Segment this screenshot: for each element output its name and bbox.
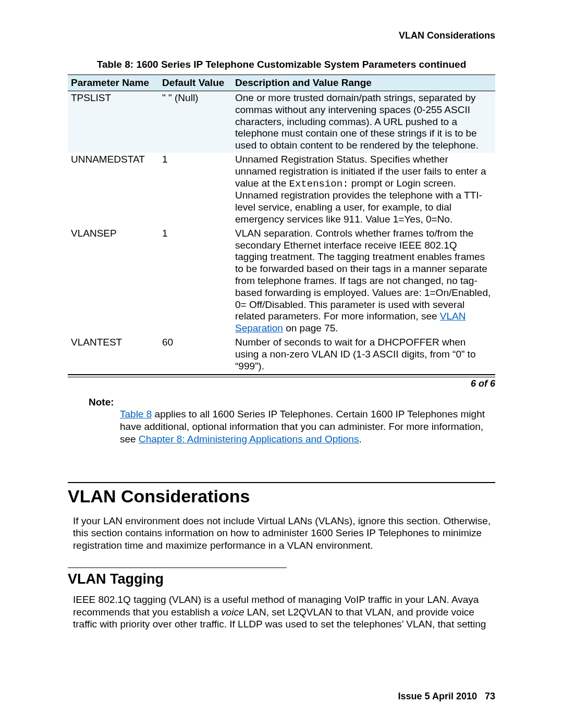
subsection-rule	[68, 567, 287, 568]
page-footer: Issue 5 April 2010 73	[398, 691, 495, 702]
cell-name: UNNAMEDSTAT	[68, 153, 159, 227]
table-row: VLANTEST 60 Number of seconds to wait fo…	[68, 336, 495, 373]
cell-desc: Unnamed Registration Status. Specifies w…	[232, 153, 495, 227]
page: VLAN Considerations Table 8: 1600 Series…	[0, 0, 563, 728]
cell-desc-post: on page 75.	[283, 323, 338, 334]
heading-vlan-tagging: VLAN Tagging	[68, 571, 495, 587]
cell-desc-mono: Extension:	[289, 178, 349, 190]
cell-default: 1	[159, 227, 232, 336]
heading-vlan-considerations: VLAN Considerations	[68, 486, 495, 507]
table-pager: 6 of 6	[68, 378, 495, 389]
col-header-name: Parameter Name	[68, 75, 159, 91]
note-label: Note:	[89, 397, 495, 408]
note-text-end: .	[359, 434, 361, 445]
paragraph-vlan-tagging: IEEE 802.1Q tagging (VLAN) is a useful m…	[73, 594, 495, 631]
footer-page: 73	[485, 691, 495, 701]
cell-name: VLANTEST	[68, 336, 159, 373]
table-bottom-rule	[68, 374, 495, 377]
table-row: UNNAMEDSTAT 1 Unnamed Registration Statu…	[68, 153, 495, 227]
p2-italic: voice	[221, 607, 244, 618]
parameters-table: Parameter Name Default Value Description…	[68, 75, 495, 373]
cell-default: " " (Null)	[159, 91, 232, 153]
col-header-desc: Description and Value Range	[232, 75, 495, 91]
table-row: VLANSEP 1 VLAN separation. Controls whet…	[68, 227, 495, 336]
cell-default: 60	[159, 336, 232, 373]
cell-desc: One or more trusted domain/path strings,…	[232, 91, 495, 153]
cell-default: 1	[159, 153, 232, 227]
note-body: Table 8 applies to all 1600 Series IP Te…	[120, 408, 495, 445]
paragraph-vlan-considerations: If your LAN environment does not include…	[73, 515, 495, 552]
cell-name: TPSLIST	[68, 91, 159, 153]
cell-name: VLANSEP	[68, 227, 159, 336]
table-caption: Table 8: 1600 Series IP Telephone Custom…	[68, 59, 495, 70]
note-block: Note: Table 8 applies to all 1600 Series…	[89, 397, 495, 445]
table-row: TPSLIST " " (Null) One or more trusted d…	[68, 91, 495, 153]
link-table8[interactable]: Table 8	[120, 409, 152, 419]
link-chapter8[interactable]: Chapter 8: Administering Applications an…	[139, 434, 359, 445]
footer-issue: Issue 5 April 2010	[398, 691, 477, 701]
section-rule	[68, 482, 495, 483]
col-header-default: Default Value	[159, 75, 232, 91]
cell-desc: VLAN separation. Controls whether frames…	[232, 227, 495, 336]
cell-desc-pre: VLAN separation. Controls whether frames…	[235, 228, 491, 322]
running-head: VLAN Considerations	[68, 30, 495, 41]
cell-desc: Number of seconds to wait for a DHCPOFFE…	[232, 336, 495, 373]
